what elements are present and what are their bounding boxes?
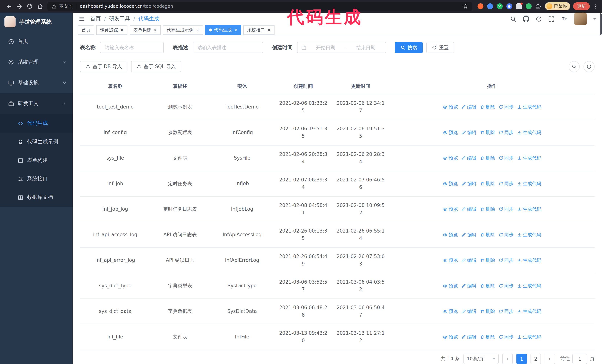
sidebar-item-infrastructure[interactable]: 基础设施: [0, 73, 73, 93]
github-icon[interactable]: [523, 16, 529, 22]
generate-code-link[interactable]: 生成代码: [517, 129, 541, 136]
breadcrumb-item[interactable]: 研发工具: [109, 16, 130, 22]
user-menu-caret-icon[interactable]: [593, 18, 596, 21]
sidebar-item-form-builder[interactable]: 表单构建: [0, 151, 73, 170]
bookmark-star-icon[interactable]: [462, 3, 468, 9]
delete-link[interactable]: 删除: [480, 206, 495, 213]
browser-back-button[interactable]: [4, 1, 14, 11]
sync-link[interactable]: 同步: [499, 308, 514, 315]
extension-icon[interactable]: [477, 3, 483, 9]
sidebar-item-system[interactable]: 系统管理: [0, 52, 73, 73]
preview-link[interactable]: 预览: [443, 308, 458, 315]
sidebar-item-db-docs[interactable]: 数据库文档: [0, 188, 73, 207]
sync-link[interactable]: 同步: [499, 154, 514, 162]
edit-link[interactable]: 编辑: [462, 282, 476, 290]
delete-link[interactable]: 删除: [480, 282, 495, 290]
sync-link[interactable]: 同步: [499, 333, 514, 341]
edit-link[interactable]: 编辑: [462, 103, 476, 111]
extension-icon[interactable]: [497, 3, 503, 9]
sync-link[interactable]: 同步: [499, 180, 514, 187]
generate-code-link[interactable]: 生成代码: [517, 180, 541, 187]
extension-icon[interactable]: [506, 3, 512, 9]
generate-code-link[interactable]: 生成代码: [517, 282, 541, 290]
sidebar-toggle-button[interactable]: [78, 16, 85, 22]
goto-page-input[interactable]: [572, 354, 587, 364]
sidebar-item-system-api[interactable]: 系统接口: [0, 170, 73, 188]
sidebar-item-home[interactable]: 首页: [0, 31, 73, 52]
preview-link[interactable]: 预览: [443, 333, 458, 341]
delete-link[interactable]: 删除: [480, 103, 495, 111]
generate-code-link[interactable]: 生成代码: [517, 103, 541, 111]
close-icon[interactable]: [234, 28, 237, 32]
edit-link[interactable]: 编辑: [462, 257, 476, 264]
browser-menu-kebab-icon[interactable]: [593, 3, 598, 9]
preview-link[interactable]: 预览: [443, 154, 458, 162]
sync-link[interactable]: 同步: [499, 103, 514, 111]
fullscreen-icon[interactable]: [548, 16, 555, 22]
generate-code-link[interactable]: 生成代码: [517, 257, 541, 264]
tab-form-builder[interactable]: 表单构建: [130, 25, 161, 35]
delete-link[interactable]: 删除: [480, 180, 495, 187]
tab-home[interactable]: 首页: [78, 25, 94, 35]
edit-link[interactable]: 编辑: [462, 154, 476, 162]
sync-link[interactable]: 同步: [499, 282, 514, 290]
page-button-1[interactable]: 1: [516, 354, 527, 364]
edit-link[interactable]: 编辑: [462, 206, 476, 213]
next-page-button[interactable]: [545, 354, 555, 364]
extension-icon[interactable]: [516, 3, 522, 9]
sidebar-item-devtools[interactable]: 研发工具: [0, 93, 73, 114]
preview-link[interactable]: 预览: [443, 257, 458, 264]
tab-codegen[interactable]: 代码生成: [205, 25, 241, 35]
address-bar[interactable]: 不安全 dashboard.yudao.iocoder.cn/tool/code…: [47, 2, 472, 11]
delete-link[interactable]: 删除: [480, 231, 495, 239]
close-icon[interactable]: [196, 28, 199, 32]
delete-link[interactable]: 删除: [480, 154, 495, 162]
tab-system-api[interactable]: 系统接口: [244, 25, 275, 35]
toggle-search-button[interactable]: [569, 61, 580, 72]
help-icon[interactable]: ?: [536, 16, 542, 22]
preview-link[interactable]: 预览: [443, 129, 458, 136]
tab-tracing[interactable]: 链路追踪: [96, 25, 128, 35]
close-icon[interactable]: [120, 28, 124, 32]
table-name-input[interactable]: [100, 42, 164, 53]
edit-link[interactable]: 编辑: [462, 333, 476, 341]
import-db-button[interactable]: 基于 DB 导入: [80, 61, 128, 72]
generate-code-link[interactable]: 生成代码: [517, 333, 541, 341]
close-icon[interactable]: [267, 28, 271, 32]
breadcrumb-item[interactable]: 首页: [90, 16, 101, 22]
extensions-puzzle-icon[interactable]: [535, 3, 541, 9]
page-button-2[interactable]: 2: [530, 354, 541, 364]
generate-code-link[interactable]: 生成代码: [517, 154, 541, 162]
generate-code-link[interactable]: 生成代码: [517, 308, 541, 315]
sync-link[interactable]: 同步: [499, 206, 514, 213]
reset-button[interactable]: 重置: [426, 42, 454, 53]
delete-link[interactable]: 删除: [480, 257, 495, 264]
sidebar-item-codegen[interactable]: 代码生成: [0, 114, 73, 133]
tab-codegen-example[interactable]: 代码生成示例: [163, 25, 203, 35]
scrollbar-thumb[interactable]: [600, 13, 602, 35]
date-range-picker[interactable]: 开始日期 - 结束日期: [297, 42, 386, 53]
page-size-select[interactable]: 10条/页: [463, 354, 499, 364]
profile-paused-chip[interactable]: 已暂停: [545, 2, 570, 10]
browser-forward-button[interactable]: [14, 1, 24, 11]
browser-update-button[interactable]: 更新: [573, 2, 590, 10]
sync-link[interactable]: 同步: [499, 231, 514, 239]
preview-link[interactable]: 预览: [443, 103, 458, 111]
delete-link[interactable]: 删除: [480, 129, 495, 136]
delete-link[interactable]: 删除: [480, 308, 495, 315]
close-icon[interactable]: [153, 28, 157, 32]
edit-link[interactable]: 编辑: [462, 308, 476, 315]
edit-link[interactable]: 编辑: [462, 180, 476, 187]
delete-link[interactable]: 删除: [480, 333, 495, 341]
sync-link[interactable]: 同步: [499, 129, 514, 136]
browser-home-button[interactable]: [35, 1, 45, 11]
table-desc-input[interactable]: [193, 42, 263, 53]
generate-code-link[interactable]: 生成代码: [517, 206, 541, 213]
edit-link[interactable]: 编辑: [462, 231, 476, 239]
refresh-table-button[interactable]: [583, 61, 595, 72]
preview-link[interactable]: 预览: [443, 282, 458, 290]
import-sql-button[interactable]: 基于 SQL 导入: [131, 61, 181, 72]
generate-code-link[interactable]: 生成代码: [517, 231, 541, 239]
prev-page-button[interactable]: [502, 354, 513, 364]
sync-link[interactable]: 同步: [499, 257, 514, 264]
